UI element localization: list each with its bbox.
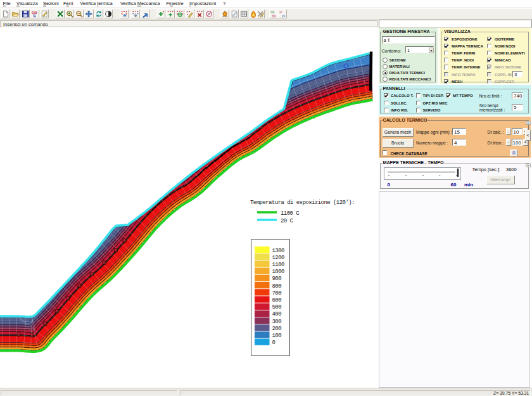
svg-text:0: 0 [272, 340, 276, 346]
svg-text:1200: 1200 [272, 255, 285, 261]
svg-text:⇅: ⇅ [32, 13, 35, 18]
svg-text:800: 800 [272, 283, 282, 290]
svg-text:900: 900 [272, 276, 282, 282]
svg-text:200: 200 [272, 326, 282, 332]
svg-text:fck: fck [271, 11, 276, 14]
svg-text:1100 C: 1100 C [281, 210, 300, 217]
svg-text:700: 700 [272, 290, 282, 297]
svg-text:1000: 1000 [272, 269, 285, 275]
svg-text:1100: 1100 [272, 262, 285, 268]
svg-text:600: 600 [272, 297, 282, 303]
svg-text:λc: λc [279, 11, 282, 14]
svg-text:γs: γs [282, 15, 285, 18]
svg-text:fyk: fyk [272, 15, 277, 18]
svg-text:100: 100 [272, 333, 282, 339]
svg-text:1300: 1300 [272, 248, 285, 254]
svg-text:20 C: 20 C [281, 218, 294, 224]
svg-text:500: 500 [272, 304, 282, 310]
svg-text:300: 300 [272, 319, 282, 325]
svg-text:Temperatura di esposizione (12: Temperatura di esposizione (120'): [250, 200, 355, 206]
svg-text:400: 400 [272, 311, 282, 317]
